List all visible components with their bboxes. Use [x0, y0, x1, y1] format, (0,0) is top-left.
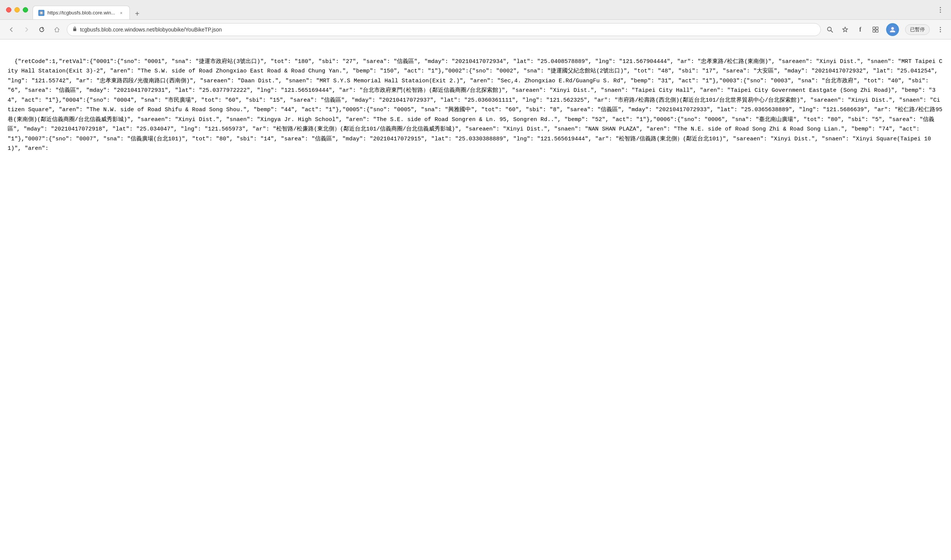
close-button[interactable]: [6, 7, 11, 13]
paused-label: 已暫停: [910, 26, 925, 33]
svg-rect-7: [873, 27, 875, 29]
back-button[interactable]: [6, 24, 17, 35]
forward-button[interactable]: [21, 24, 32, 35]
svg-point-15: [940, 31, 941, 32]
svg-point-13: [940, 27, 941, 28]
search-icon[interactable]: [825, 25, 834, 34]
tab-close-button[interactable]: ×: [118, 10, 124, 16]
svg-rect-10: [876, 30, 878, 32]
window-controls: [6, 7, 28, 13]
toolbar-right: f 已暫停: [825, 23, 945, 36]
profile-button[interactable]: [886, 23, 899, 36]
extensions-icon[interactable]: [871, 25, 880, 34]
active-tab[interactable]: https://tcgbusfs.blob.core.win... ×: [33, 6, 130, 19]
browser-menu-icon[interactable]: [936, 5, 945, 14]
refresh-button[interactable]: [36, 24, 47, 35]
svg-rect-9: [873, 30, 875, 32]
svg-rect-8: [876, 27, 878, 29]
svg-point-12: [891, 27, 894, 30]
address-bar: tcgbusfs.blob.core.windows.net/blobyoubi…: [0, 20, 951, 39]
url-text: tcgbusfs.blob.core.windows.net/blobyoubi…: [80, 27, 222, 33]
maximize-button[interactable]: [23, 7, 28, 13]
url-input[interactable]: tcgbusfs.blob.core.windows.net/blobyoubi…: [67, 23, 821, 36]
svg-rect-4: [73, 28, 76, 31]
paused-button[interactable]: 已暫停: [905, 24, 930, 35]
svg-line-6: [831, 30, 833, 32]
svg-point-14: [940, 29, 941, 30]
tab-bar: https://tcgbusfs.blob.core.win... × +: [33, 0, 931, 19]
menu-icon[interactable]: [936, 25, 945, 34]
minimize-button[interactable]: [14, 7, 20, 13]
json-text: {"retCode":1,"retVal":{"0001":{"sno": "0…: [8, 58, 942, 152]
tab-favicon: [38, 10, 44, 16]
facebook-icon[interactable]: f: [856, 25, 865, 34]
title-bar: https://tcgbusfs.blob.core.win... × +: [0, 0, 951, 20]
home-button[interactable]: [52, 24, 62, 35]
svg-point-1: [940, 7, 941, 8]
svg-point-2: [940, 9, 941, 10]
new-tab-button[interactable]: +: [131, 8, 143, 19]
svg-point-3: [940, 11, 941, 13]
lock-icon: [72, 26, 77, 33]
tab-title: https://tcgbusfs.blob.core.win...: [47, 10, 115, 16]
json-content: {"retCode":1,"retVal":{"0001":{"sno": "0…: [0, 39, 951, 560]
star-icon[interactable]: [841, 25, 850, 34]
